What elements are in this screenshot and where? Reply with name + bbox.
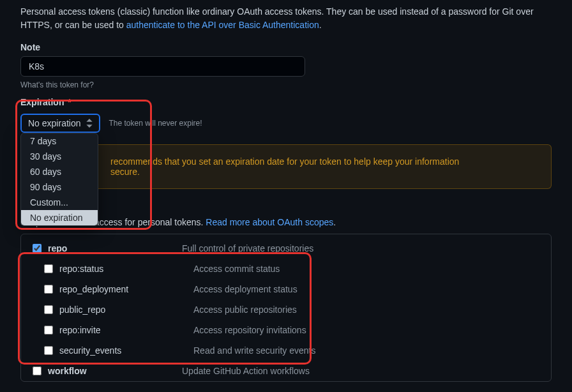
scope-description: Full control of private repositories: [182, 243, 313, 253]
scope-checkbox[interactable]: [33, 244, 41, 253]
note-input[interactable]: [20, 56, 305, 77]
scope-checkbox[interactable]: [44, 264, 53, 273]
scope-child-row: repo:inviteAccess repository invitations: [21, 320, 551, 340]
scope-child-row: security_eventsRead and write security e…: [21, 340, 551, 361]
expiration-select[interactable]: No expiration: [20, 114, 100, 133]
scope-description: Update GitHub Action workflows: [182, 366, 310, 376]
scope-child-row: repo_deploymentAccess deployment status: [21, 279, 551, 299]
required-asterisk: *: [68, 97, 71, 107]
scope-name: repo_deployment: [59, 284, 193, 294]
scopes-list: repoFull control of private repositories…: [20, 234, 552, 382]
expiration-selected-value: No expiration: [28, 118, 81, 128]
scope-name: repo:invite: [59, 325, 193, 335]
scope-child-row: repo:statusAccess commit status: [21, 259, 551, 279]
scope-group-row: workflowUpdate GitHub Action workflows: [21, 361, 551, 381]
expiration-option[interactable]: No expiration: [21, 210, 98, 225]
expiration-option[interactable]: 30 days: [21, 149, 98, 164]
note-label: Note: [20, 42, 552, 52]
scope-child-row: public_repoAccess public repositories: [21, 299, 551, 320]
intro-paragraph: Personal access tokens (classic) functio…: [20, 5, 552, 32]
scope-checkbox[interactable]: [44, 305, 53, 314]
scope-description: Access public repositories: [193, 305, 297, 315]
scope-name: repo: [48, 243, 182, 253]
banner-text: recommends that you set an expiration da…: [110, 156, 459, 177]
scope-checkbox[interactable]: [44, 326, 53, 335]
intro-text-2: .: [319, 20, 322, 30]
scope-group-row: repoFull control of private repositories: [21, 238, 551, 259]
oauth-scopes-link[interactable]: Read more about OAuth scopes: [206, 217, 333, 227]
scope-description: Access repository invitations: [193, 325, 306, 335]
scope-name: workflow: [48, 366, 182, 376]
scope-checkbox[interactable]: [44, 346, 53, 355]
expiration-label: Expiration *: [20, 97, 552, 107]
scope-description: Access commit status: [193, 264, 280, 274]
expiration-option[interactable]: 7 days: [21, 133, 98, 149]
expiration-option[interactable]: 60 days: [21, 164, 98, 179]
expiration-dropdown: 7 days30 days60 days90 daysCustom...No e…: [20, 133, 98, 226]
intro-auth-link[interactable]: authenticate to the API over Basic Authe…: [126, 20, 319, 30]
scope-checkbox[interactable]: [33, 366, 41, 375]
scope-name: security_events: [59, 345, 193, 356]
scope-name: repo:status: [59, 264, 193, 274]
expiration-hint: The token will never expire!: [109, 119, 202, 128]
scope-name: public_repo: [59, 305, 193, 315]
scope-description: Read and write security events: [193, 345, 315, 356]
expiration-option[interactable]: 90 days: [21, 179, 98, 195]
note-hint: What's this token for?: [20, 80, 552, 89]
scope-checkbox[interactable]: [44, 285, 53, 294]
scopes-description: Scopes define the access for personal to…: [20, 217, 552, 227]
select-scopes-heading: Select scopes: [20, 203, 552, 213]
scope-description: Access deployment status: [193, 284, 297, 294]
select-updown-icon: [86, 119, 93, 128]
expiration-warning-banner: recommends that you set an expiration da…: [20, 144, 552, 189]
expiration-option[interactable]: Custom...: [21, 195, 98, 210]
